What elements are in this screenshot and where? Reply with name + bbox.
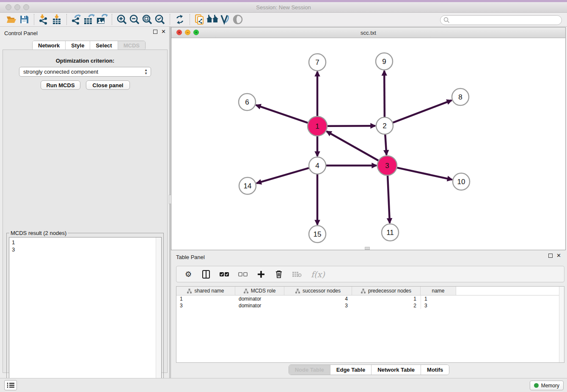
export-image-icon[interactable] xyxy=(96,14,108,25)
export-table-icon[interactable] xyxy=(83,14,96,25)
column-header-successor-nodes[interactable]: successor nodes xyxy=(284,287,352,295)
apply-layout-icon[interactable] xyxy=(173,14,186,25)
table-toolbar: ⚙ f(x) xyxy=(176,266,564,282)
column-header-mcds-role[interactable]: MCDS role xyxy=(235,287,284,295)
search-icon xyxy=(443,17,450,23)
column-header-name[interactable]: name xyxy=(421,287,456,295)
task-history-button[interactable] xyxy=(4,380,17,390)
bird-eye-view-icon[interactable] xyxy=(231,14,244,25)
memory-button[interactable]: Memory xyxy=(530,381,564,390)
graph-edge-3-11[interactable] xyxy=(388,176,390,223)
cell-filler xyxy=(456,295,564,302)
cell-predecessor-nodes[interactable]: 2 xyxy=(352,302,421,309)
toolbar-separator xyxy=(112,14,112,25)
close-panel-icon[interactable]: ✕ xyxy=(161,30,166,34)
cell-name[interactable]: 1 xyxy=(421,295,456,302)
network-graph-canvas[interactable]: 7968124314101511 xyxy=(171,39,565,250)
create-column-plus-icon[interactable] xyxy=(257,269,265,279)
import-network-icon[interactable] xyxy=(38,14,50,25)
tab-style[interactable]: Style xyxy=(66,41,90,50)
tab-network[interactable]: Network xyxy=(33,41,66,50)
cell-successor-nodes[interactable]: 3 xyxy=(284,302,352,309)
graph-edge-2-3[interactable] xyxy=(385,135,386,155)
cell-mcds-role[interactable]: dominator xyxy=(235,295,284,302)
table-scrollbar[interactable] xyxy=(559,287,564,362)
network-resize-grip[interactable] xyxy=(365,247,370,250)
select-all-columns-icon[interactable] xyxy=(220,269,229,279)
table-settings-gear-icon[interactable]: ⚙ xyxy=(184,269,193,279)
close-panel-button[interactable]: Close panel xyxy=(86,80,130,90)
graph-node-label: 1 xyxy=(315,122,319,130)
new-network-from-file-icon[interactable] xyxy=(193,14,206,25)
cell-shared-name[interactable]: 3 xyxy=(176,302,235,309)
network-window-titlebar: ✕ − ＋ scc.txt xyxy=(171,28,565,38)
graph-edge-3-1[interactable] xyxy=(327,131,378,160)
graph-node-label: 2 xyxy=(383,122,386,130)
hide-graphics-details-icon[interactable] xyxy=(219,14,231,25)
toolbar-separator xyxy=(170,14,170,25)
result-scrollbar[interactable] xyxy=(156,237,161,391)
float-table-panel-icon[interactable] xyxy=(548,254,553,258)
table-tabs: Node Table Edge Table Network Table Moti… xyxy=(171,364,567,375)
graph-edge-4-14[interactable] xyxy=(256,168,309,183)
graph-node-label: 9 xyxy=(382,58,386,66)
optimization-criterion-label: Optimization criterion: xyxy=(3,58,167,64)
mcds-panel-body: Optimization criterion: strongly connect… xyxy=(3,50,168,373)
zoom-out-icon[interactable] xyxy=(128,14,141,25)
cell-filler xyxy=(456,302,564,309)
tab-edge-table[interactable]: Edge Table xyxy=(330,365,372,375)
open-session-icon[interactable] xyxy=(5,14,18,25)
import-table-icon[interactable] xyxy=(50,14,63,25)
zoom-in-icon[interactable] xyxy=(116,14,128,25)
graph-edge-3-10[interactable] xyxy=(397,168,452,179)
column-type-icon xyxy=(295,289,300,293)
graph-node-label: 3 xyxy=(385,162,389,170)
mcds-result-values: 1 3 xyxy=(9,237,161,253)
export-network-icon[interactable] xyxy=(70,14,83,25)
close-table-panel-icon[interactable]: ✕ xyxy=(556,254,561,258)
home-icon[interactable] xyxy=(206,14,219,25)
delete-column-trash-icon[interactable] xyxy=(275,269,283,279)
tab-network-table[interactable]: Network Table xyxy=(372,365,421,375)
zoom-selected-icon[interactable] xyxy=(154,14,166,25)
save-session-icon[interactable] xyxy=(18,14,30,25)
graph-edge-2-9[interactable] xyxy=(384,71,385,117)
graph-node-label: 11 xyxy=(386,229,394,237)
cell-predecessor-nodes[interactable]: 1 xyxy=(352,295,421,302)
run-mcds-button[interactable]: Run MCDS xyxy=(41,80,80,90)
zoom-fit-icon[interactable] xyxy=(141,14,154,25)
graph-node-label: 4 xyxy=(315,162,319,170)
deselect-all-columns-icon[interactable] xyxy=(238,269,248,279)
column-header-shared-name[interactable]: shared name xyxy=(176,287,235,295)
table-row[interactable]: 1 dominator 4 1 1 xyxy=(176,295,564,302)
float-panel-icon[interactable] xyxy=(153,30,157,34)
cell-successor-nodes[interactable]: 4 xyxy=(284,295,352,302)
tab-node-table[interactable]: Node Table xyxy=(289,365,330,375)
cell-mcds-role[interactable]: dominator xyxy=(235,302,284,309)
graph-edge-1-2[interactable] xyxy=(328,126,375,126)
window-title: Session: New Session xyxy=(0,4,567,11)
search-field[interactable] xyxy=(440,15,562,25)
application-window: Session: New Session xyxy=(0,0,567,392)
column-view-icon[interactable] xyxy=(202,269,210,279)
delete-table-icon xyxy=(292,269,302,279)
toolbar-separator xyxy=(34,14,34,25)
mcds-result-groupbox: MCDS result (2 nodes) 1 3 xyxy=(6,233,164,392)
graph-node-label: 7 xyxy=(315,58,319,66)
table-row[interactable]: 3 dominator 3 2 3 xyxy=(176,302,564,309)
graph-edge-1-6[interactable] xyxy=(256,105,308,123)
column-header-predecessor-nodes[interactable]: predecessor nodes xyxy=(352,287,421,295)
graph-edge-2-8[interactable] xyxy=(393,100,452,123)
tab-mcds[interactable]: MCDS xyxy=(118,41,145,50)
mcds-result-textarea[interactable]: 1 3 xyxy=(9,237,162,392)
cell-name[interactable]: 3 xyxy=(421,302,456,309)
node-table: shared name MCDS role successor nodes pr… xyxy=(176,286,564,363)
tab-select[interactable]: Select xyxy=(90,41,118,50)
tab-motifs[interactable]: Motifs xyxy=(421,365,449,375)
column-type-icon xyxy=(244,289,248,293)
optimization-criterion-select[interactable]: strongly connected component ▲▼ xyxy=(19,67,151,77)
search-input[interactable] xyxy=(450,17,561,24)
control-panel-title: Control Panel xyxy=(4,30,38,36)
cell-shared-name[interactable]: 1 xyxy=(176,295,235,302)
graph-node-label: 6 xyxy=(245,98,249,106)
